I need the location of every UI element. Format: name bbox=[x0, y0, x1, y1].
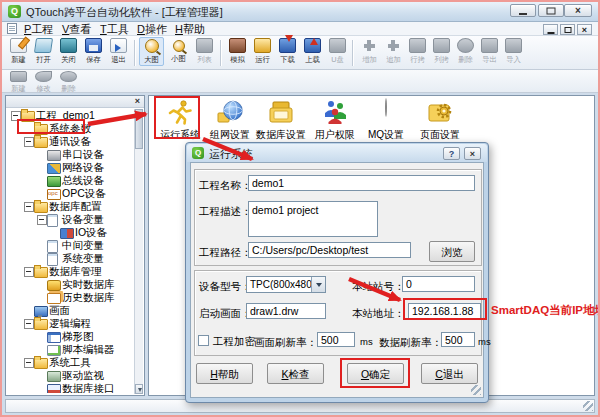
panel-close-button[interactable]: × bbox=[132, 96, 143, 107]
screen-refresh-input[interactable] bbox=[317, 332, 355, 347]
scroll-down-button[interactable] bbox=[135, 384, 143, 394]
collapse-icon[interactable] bbox=[23, 358, 34, 367]
tree-item-logic-programming[interactable]: 逻辑编程 bbox=[8, 317, 134, 330]
toolbar-run-button[interactable]: 运行 bbox=[250, 37, 275, 65]
menu-tools[interactable]: T工具 bbox=[96, 22, 133, 36]
close-button[interactable]: × bbox=[564, 4, 592, 17]
project-path-input[interactable] bbox=[248, 242, 411, 258]
toolbar-import-button[interactable]: 导入 bbox=[501, 37, 526, 65]
collapse-icon[interactable] bbox=[23, 202, 34, 211]
chevron-down-icon[interactable] bbox=[311, 277, 325, 292]
toolbar-delete-button[interactable]: 删除 bbox=[453, 37, 478, 65]
screen-refresh-label: 画面刷新率： bbox=[254, 336, 317, 350]
toolbar2-new-button[interactable]: 新建 bbox=[6, 70, 31, 94]
network-setup-item[interactable]: 组网设置 bbox=[201, 99, 259, 142]
menu-help[interactable]: H帮助 bbox=[171, 22, 209, 36]
tree-item-db-config[interactable]: 数据库配置 bbox=[8, 200, 134, 213]
toolbar-new-button[interactable]: 新建 bbox=[6, 37, 31, 65]
toolbar-export-button[interactable]: 导出 bbox=[477, 37, 502, 65]
toolbar-close-button[interactable]: 关闭 bbox=[56, 37, 81, 65]
tree-item-project-demo1[interactable]: 工程_demo1 bbox=[8, 109, 134, 122]
tree-item-device-vars[interactable]: 设备变量 bbox=[8, 213, 134, 226]
database-setup-item[interactable]: 数据库设置 bbox=[252, 99, 310, 142]
project-name-input[interactable] bbox=[248, 175, 475, 191]
user-permissions-item[interactable]: 用户权限 bbox=[306, 99, 364, 142]
tree-item-history-db[interactable]: 历史数据库 bbox=[8, 291, 134, 304]
tree-item-bus-device[interactable]: 总线设备 bbox=[8, 174, 134, 187]
script-editor-icon bbox=[47, 344, 60, 355]
menu-bar: P工程 V查看 T工具 D操作 H帮助 × bbox=[2, 22, 598, 36]
collapse-icon[interactable] bbox=[23, 267, 34, 276]
help-button[interactable]: H帮助 bbox=[196, 363, 253, 384]
tree-item-screens[interactable]: 画面 bbox=[8, 304, 134, 317]
tree-item-system-params[interactable]: 系统参数 bbox=[8, 122, 134, 135]
tree-item-comm-devices[interactable]: 通讯设备 bbox=[8, 135, 134, 148]
collapse-icon[interactable] bbox=[10, 111, 21, 120]
menu-view[interactable]: V查看 bbox=[58, 22, 95, 36]
device-model-select[interactable]: TPC(800x480) bbox=[246, 276, 326, 293]
tree-item-db-manage[interactable]: 数据库管理 bbox=[8, 265, 134, 278]
check-button[interactable]: K检查 bbox=[267, 363, 324, 384]
start-screen-input[interactable] bbox=[246, 303, 326, 319]
menu-project[interactable]: P工程 bbox=[20, 22, 57, 36]
station-no-input[interactable] bbox=[402, 276, 475, 292]
toolbar-copy-column-button[interactable]: 列拷 bbox=[429, 37, 454, 65]
tree-item-realtime-db[interactable]: 实时数据库 bbox=[8, 278, 134, 291]
tree-scrollbar[interactable] bbox=[134, 109, 143, 394]
mdi-close-button[interactable]: × bbox=[577, 24, 592, 35]
local-address-input[interactable] bbox=[408, 303, 481, 319]
scrollbar-thumb[interactable] bbox=[135, 109, 143, 149]
ok-button[interactable]: O确定 bbox=[347, 363, 404, 384]
tree-item-script-editor[interactable]: 脚本编辑器 bbox=[8, 343, 134, 356]
tree-item-middle-vars[interactable]: 中间变量 bbox=[8, 239, 134, 252]
toolbar-upload-button[interactable]: 上载 bbox=[300, 37, 325, 65]
dialog-close-button[interactable]: × bbox=[464, 147, 481, 160]
project-desc-input[interactable]: demo1 project bbox=[248, 201, 378, 237]
tree-item-system-vars[interactable]: 系统变量 bbox=[8, 252, 134, 265]
mq-setup-item[interactable]: MQ设置 bbox=[357, 99, 415, 142]
tree-indent bbox=[36, 254, 47, 263]
folder-icon bbox=[34, 123, 47, 134]
toolbar-small-icons-button[interactable]: 小图 bbox=[166, 37, 191, 64]
data-refresh-input[interactable] bbox=[441, 332, 475, 347]
toolbar-list-view-button[interactable]: 列表 bbox=[192, 37, 217, 65]
tree-item-serial-device[interactable]: 串口设备 bbox=[8, 148, 134, 161]
toolbar-copy-row-button[interactable]: 行拷 bbox=[405, 37, 430, 65]
collapse-icon[interactable] bbox=[36, 215, 47, 224]
toolbar-append-button[interactable]: 追加 bbox=[381, 37, 406, 65]
mdi-minimize-button[interactable] bbox=[543, 24, 558, 35]
toolbar-exit-button[interactable]: 退出 bbox=[106, 37, 131, 65]
toolbar-download-button[interactable]: 下载 bbox=[275, 37, 300, 65]
tree-item-db-interface[interactable]: 数据库接口 bbox=[8, 382, 134, 393]
maximize-button[interactable] bbox=[538, 4, 564, 17]
toolbar-open-button[interactable]: 打开 bbox=[31, 37, 56, 65]
collapse-icon[interactable] bbox=[23, 137, 34, 146]
tree-indent bbox=[36, 293, 47, 302]
collapse-icon[interactable] bbox=[23, 319, 34, 328]
toolbar-large-icons-button[interactable]: 大图 bbox=[139, 37, 164, 66]
toolbar-save-button[interactable]: 保存 bbox=[81, 37, 106, 65]
dialog-resize-grip[interactable] bbox=[471, 385, 481, 395]
dialog-help-button[interactable]: ? bbox=[443, 147, 460, 160]
tree-item-ladder-diagram[interactable]: 梯形图 bbox=[8, 330, 134, 343]
toolbar-usb-button[interactable]: U盘 bbox=[325, 37, 350, 65]
browse-button[interactable]: 浏览 bbox=[429, 241, 475, 262]
tree-item-opc-device[interactable]: OPC设备 bbox=[8, 187, 134, 200]
exit-button[interactable]: C退出 bbox=[421, 363, 478, 384]
resize-grip[interactable] bbox=[583, 401, 593, 411]
toolbar-add-button[interactable]: 增加 bbox=[357, 37, 382, 65]
toolbar2-modify-button[interactable]: 修改 bbox=[31, 70, 56, 94]
toolbar2-delete-button[interactable]: 删除 bbox=[56, 70, 81, 94]
tree-item-system-tools[interactable]: 系统工具 bbox=[8, 356, 134, 369]
menu-operate[interactable]: D操作 bbox=[133, 22, 171, 36]
tree-item-network-device[interactable]: 网络设备 bbox=[8, 161, 134, 174]
page-icon bbox=[47, 253, 60, 264]
minimize-button[interactable] bbox=[510, 4, 536, 17]
tree-indent bbox=[36, 176, 47, 185]
toolbar-simulate-button[interactable]: 模拟 bbox=[225, 37, 250, 65]
tree-item-driver-monitor[interactable]: 驱动监视 bbox=[8, 369, 134, 382]
tree-item-io-device[interactable]: IO设备 bbox=[8, 226, 134, 239]
page-setup-item[interactable]: 页面设置 bbox=[411, 99, 469, 142]
mdi-restore-button[interactable] bbox=[560, 24, 575, 35]
encrypt-checkbox[interactable] bbox=[198, 335, 209, 346]
